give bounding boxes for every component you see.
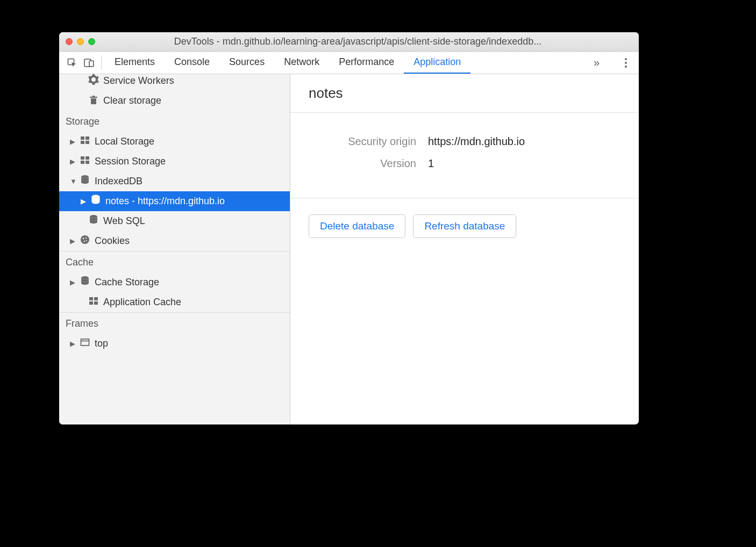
- svg-point-15: [83, 238, 84, 240]
- chevron-right-icon: ▶: [70, 138, 75, 146]
- devtools-tabs: ElementsConsoleSourcesNetworkPerformance…: [105, 52, 589, 74]
- sidebar-item-web-sql[interactable]: Web SQL: [59, 211, 290, 231]
- database-icon: [90, 195, 101, 208]
- sidebar-item-label: Application Cache: [103, 297, 181, 308]
- sidebar-item-top[interactable]: ▶top: [59, 334, 290, 354]
- sidebar-item-indexeddb[interactable]: ▼IndexedDB: [59, 171, 290, 191]
- sidebar-item-label: notes - https://mdn.github.io: [105, 196, 225, 207]
- sidebar-item-session-storage[interactable]: ▶Session Storage: [59, 152, 290, 171]
- svg-rect-20: [89, 297, 93, 300]
- property-value: 1: [428, 157, 434, 170]
- devtools-toolbar: ElementsConsoleSourcesNetworkPerformance…: [59, 52, 639, 74]
- database-heading: notes: [290, 74, 639, 113]
- chevron-right-icon: ▶: [70, 237, 75, 245]
- inspect-element-icon[interactable]: [63, 52, 81, 74]
- property-row: Version1: [309, 157, 621, 170]
- database-properties: Security originhttps://mdn.github.ioVers…: [290, 113, 639, 198]
- tab-network[interactable]: Network: [274, 52, 329, 74]
- svg-point-19: [81, 276, 89, 279]
- svg-rect-24: [81, 339, 89, 346]
- sidebar-item-label: top: [95, 338, 108, 349]
- sidebar-item-notes-https-mdn-github-io[interactable]: ▶notes - https://mdn.github.io: [59, 191, 290, 211]
- svg-rect-10: [85, 161, 89, 164]
- sidebar-item-local-storage[interactable]: ▶Local Storage: [59, 132, 290, 152]
- svg-point-11: [81, 175, 89, 178]
- sidebar-section-frames: Frames: [59, 312, 290, 334]
- svg-rect-6: [85, 141, 89, 144]
- sidebar-item-label: Cookies: [95, 235, 130, 247]
- sidebar-item-label: IndexedDB: [95, 176, 142, 187]
- tab-console[interactable]: Console: [165, 52, 219, 74]
- property-row: Security originhttps://mdn.github.io: [309, 135, 621, 148]
- svg-rect-9: [81, 161, 84, 164]
- frame-icon: [80, 337, 90, 350]
- property-value: https://mdn.github.io: [428, 135, 525, 148]
- svg-rect-8: [85, 156, 89, 160]
- toggle-device-icon[interactable]: [81, 52, 98, 74]
- database-actions: Delete database Refresh database: [290, 198, 639, 254]
- svg-rect-7: [81, 156, 84, 160]
- chevron-right-icon: ▶: [70, 278, 75, 286]
- database-icon: [80, 276, 90, 289]
- svg-rect-2: [89, 61, 94, 67]
- sidebar-item-label: Session Storage: [95, 156, 166, 167]
- svg-rect-23: [94, 301, 98, 305]
- window-titlebar: DevTools - mdn.github.io/learning-area/j…: [59, 32, 639, 52]
- grid-icon: [80, 155, 90, 168]
- tab-elements[interactable]: Elements: [105, 52, 165, 74]
- cookie-icon: [80, 234, 90, 248]
- svg-rect-5: [81, 141, 84, 144]
- sidebar-item-label: Service Workers: [103, 75, 174, 87]
- svg-rect-4: [85, 136, 89, 140]
- chevron-right-icon: ▶: [70, 157, 75, 165]
- svg-point-18: [86, 240, 87, 241]
- sidebar-item-cache-storage[interactable]: ▶Cache Storage: [59, 272, 290, 292]
- sidebar-item-label: Web SQL: [103, 215, 145, 227]
- trash-icon: [88, 94, 99, 107]
- property-label: Version: [309, 157, 416, 170]
- tab-sources[interactable]: Sources: [219, 52, 274, 74]
- chevron-down-icon: ▼: [70, 177, 75, 185]
- sidebar-item-application-cache[interactable]: Application Cache: [59, 292, 290, 312]
- grid-icon: [80, 135, 90, 148]
- sidebar-item-label: Cache Storage: [95, 277, 159, 288]
- sidebar-item-label: Local Storage: [95, 136, 154, 147]
- svg-point-17: [84, 241, 85, 242]
- traffic-lights: [66, 38, 95, 45]
- refresh-database-button[interactable]: Refresh database: [413, 214, 516, 238]
- sidebar-item-label: Clear storage: [103, 95, 161, 106]
- close-window-button[interactable]: [66, 38, 73, 45]
- sidebar-section-cache: Cache: [59, 251, 290, 272]
- sidebar-item-service-workers[interactable]: Service Workers: [59, 74, 290, 91]
- svg-point-16: [85, 237, 87, 239]
- devtools-window: DevTools - mdn.github.io/learning-area/j…: [59, 32, 639, 424]
- application-content: notes Security originhttps://mdn.github.…: [290, 74, 639, 424]
- tab-performance[interactable]: Performance: [329, 52, 404, 74]
- minimize-window-button[interactable]: [77, 38, 84, 45]
- svg-rect-3: [81, 136, 84, 140]
- svg-point-14: [81, 235, 89, 244]
- zoom-window-button[interactable]: [88, 38, 95, 45]
- tabs-overflow-button[interactable]: »: [594, 56, 600, 69]
- toolbar-separator: [101, 56, 102, 69]
- settings-menu-button[interactable]: [622, 58, 630, 68]
- property-label: Security origin: [309, 135, 416, 148]
- sidebar-item-cookies[interactable]: ▶Cookies: [59, 231, 290, 251]
- database-icon: [88, 214, 99, 228]
- grid-icon: [88, 296, 99, 309]
- svg-rect-22: [89, 301, 93, 305]
- svg-rect-21: [94, 297, 98, 300]
- application-sidebar: Service WorkersClear storage Storage▶Loc…: [59, 74, 290, 424]
- chevron-right-icon: ▶: [81, 197, 86, 205]
- sidebar-section-storage: Storage: [59, 111, 290, 132]
- delete-database-button[interactable]: Delete database: [309, 214, 405, 238]
- devtools-body: Service WorkersClear storage Storage▶Loc…: [59, 74, 639, 424]
- window-title: DevTools - mdn.github.io/learning-area/j…: [105, 36, 632, 47]
- tab-application[interactable]: Application: [404, 52, 470, 74]
- gear-icon: [88, 74, 99, 88]
- database-icon: [80, 175, 90, 188]
- svg-point-13: [90, 215, 97, 218]
- chevron-right-icon: ▶: [70, 340, 75, 348]
- sidebar-item-clear-storage[interactable]: Clear storage: [59, 91, 290, 111]
